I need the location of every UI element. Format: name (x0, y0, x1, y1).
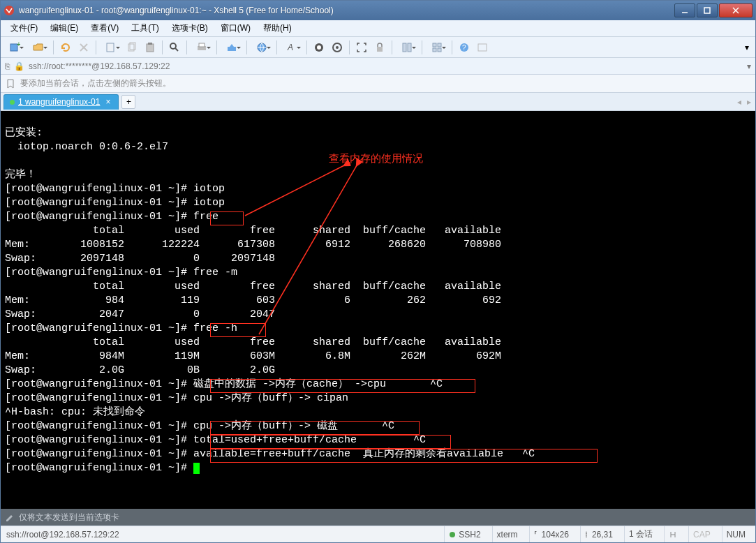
window-title: wangruifenglinux-01 - root@wangruifengli… (19, 6, 673, 15)
close-button[interactable] (719, 3, 753, 17)
svg-text:+: + (17, 42, 20, 48)
properties-button[interactable] (100, 39, 122, 56)
web-button[interactable] (251, 39, 273, 56)
bookmark-icon[interactable] (5, 78, 16, 89)
status-sessions: 1 会话 (624, 526, 657, 542)
compose-text: 仅将文本发送到当前选项卡 (19, 512, 119, 523)
tab-close-icon[interactable]: × (103, 98, 112, 107)
menu-edit[interactable]: 编辑(E) (45, 21, 84, 36)
session-tab[interactable]: 1 wangruifenglinux-01 × (3, 94, 119, 110)
status-cap: CAP (688, 526, 715, 542)
status-num: NUM (722, 526, 750, 542)
svg-rect-25 (403, 43, 406, 52)
connected-dot-icon (10, 100, 15, 105)
status-size: ⸢104x26 (529, 526, 573, 542)
find-button[interactable] (166, 39, 183, 56)
status-cursor: ⁞26,31 (580, 526, 617, 542)
svg-rect-12 (147, 44, 154, 52)
address-bar: ⎘ 🔒 ssh://root:********@192.168.57.129:2… (1, 58, 755, 75)
help-button[interactable]: ? (456, 39, 473, 56)
svg-point-14 (170, 43, 176, 49)
svg-point-23 (336, 46, 339, 49)
disconnect-button[interactable] (75, 39, 92, 56)
tab-scroll-right[interactable]: ▸ (747, 97, 751, 107)
tab-label: 1 wangruifenglinux-01 (18, 97, 100, 107)
status-ssh: SSH2 (444, 526, 484, 542)
reconnect-button[interactable] (57, 39, 74, 56)
svg-text:A: A (287, 43, 293, 52)
status-bar: ssh://root@192.168.57.129:22 SSH2 xterm … (1, 526, 755, 542)
svg-point-0 (4, 6, 14, 15)
svg-rect-26 (408, 43, 411, 52)
layout-button[interactable] (396, 39, 418, 56)
svg-rect-13 (148, 43, 152, 45)
new-session-button[interactable]: + (3, 39, 26, 56)
copy-button[interactable] (124, 39, 140, 56)
svg-rect-28 (438, 43, 441, 47)
titlebar: wangruifenglinux-01 - root@wangruifengli… (1, 1, 755, 20)
color-button[interactable] (329, 39, 346, 56)
menubar: 文件(F) 编辑(E) 查看(V) 工具(T) 选项卡(B) 窗口(W) 帮助(… (1, 20, 755, 37)
menu-window[interactable]: 窗口(W) (215, 21, 256, 36)
menu-file[interactable]: 文件(F) (5, 21, 43, 36)
toolbar-overflow[interactable]: ▾ (741, 39, 753, 56)
svg-line-15 (175, 48, 178, 51)
compose-bar: 仅将文本发送到当前选项卡 (1, 509, 755, 526)
font-button[interactable]: A (281, 39, 303, 56)
print-button[interactable] (191, 39, 213, 56)
open-session-button[interactable] (27, 39, 50, 56)
tile-button[interactable] (426, 39, 448, 56)
menu-help[interactable]: 帮助(H) (258, 21, 297, 36)
status-ftp-icon (664, 526, 681, 542)
status-address: ssh://root@192.168.57.129:22 (6, 530, 119, 540)
svg-rect-33 (478, 44, 487, 51)
maximize-button[interactable] (697, 3, 718, 17)
transfer-button[interactable] (221, 39, 243, 56)
compose-icon (5, 512, 15, 522)
info-bar: 要添加当前会话，点击左侧的箭头按钮。 (1, 75, 755, 93)
svg-point-36 (450, 532, 455, 537)
toolbar: + A ? ▾ (1, 37, 755, 58)
svg-rect-18 (228, 47, 236, 51)
addressbar-add-icon[interactable]: ⎘ (5, 61, 10, 71)
address-dropdown[interactable]: ▾ (747, 61, 751, 71)
paste-button[interactable] (142, 39, 158, 56)
menu-tools[interactable]: 工具(T) (126, 21, 164, 36)
svg-rect-30 (438, 48, 441, 52)
svg-rect-27 (433, 43, 436, 47)
terminal[interactable]: 已安装: iotop.noarch 0:0.6-2.el7 完毕！ [root@… (1, 111, 755, 509)
terminal-output: 已安装: iotop.noarch 0:0.6-2.el7 完毕！ [root@… (5, 112, 751, 475)
svg-rect-2 (704, 8, 710, 13)
about-button[interactable] (474, 39, 491, 56)
svg-text:?: ? (462, 44, 466, 52)
lock-button[interactable] (371, 39, 388, 56)
menu-view[interactable]: 查看(V) (85, 21, 124, 36)
tab-scroll-left[interactable]: ◂ (737, 97, 741, 107)
script-button[interactable] (311, 39, 327, 56)
svg-rect-29 (433, 48, 436, 52)
svg-rect-9 (107, 43, 114, 52)
minimize-button[interactable] (674, 3, 695, 17)
lock-icon: 🔒 (14, 61, 24, 71)
app-icon (3, 5, 15, 16)
tab-bar: 1 wangruifenglinux-01 × + ◂ ▸ (1, 93, 755, 111)
svg-rect-24 (377, 47, 383, 52)
status-term: xterm (492, 526, 522, 542)
info-text: 要添加当前会话，点击左侧的箭头按钮。 (20, 77, 171, 89)
menu-tabs[interactable]: 选项卡(B) (166, 21, 214, 36)
add-tab-button[interactable]: + (121, 95, 135, 109)
address-text[interactable]: ssh://root:********@192.168.57.129:22 (29, 61, 743, 71)
svg-rect-17 (199, 43, 205, 47)
fullscreen-button[interactable] (353, 39, 370, 56)
